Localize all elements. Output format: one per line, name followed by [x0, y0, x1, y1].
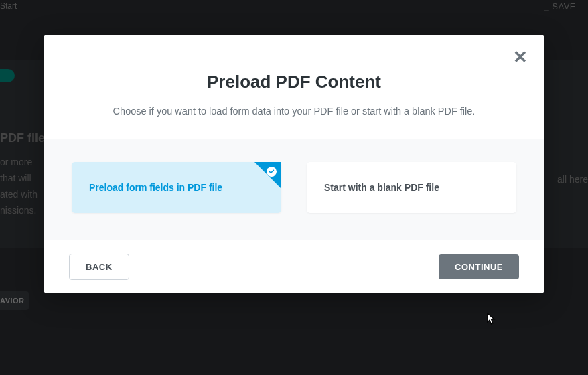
option-blank-file[interactable]: Start with a blank PDF file: [307, 162, 516, 213]
back-button[interactable]: BACK: [69, 254, 129, 280]
continue-button[interactable]: CONTINUE: [439, 254, 519, 279]
modal-body: Preload form fields in PDF file Start wi…: [44, 139, 544, 240]
modal-overlay: ✕ Preload PDF Content Choose if you want…: [0, 0, 588, 375]
option-blank-label: Start with a blank PDF file: [324, 182, 439, 193]
option-preload-label: Preload form fields in PDF file: [89, 182, 222, 193]
modal-subtitle: Choose if you want to load form data int…: [70, 104, 518, 119]
modal-footer: BACK CONTINUE: [44, 240, 544, 293]
close-icon[interactable]: ✕: [513, 48, 528, 66]
check-icon: [267, 167, 277, 177]
preload-pdf-modal: ✕ Preload PDF Content Choose if you want…: [44, 35, 544, 293]
modal-header: ✕ Preload PDF Content Choose if you want…: [44, 35, 544, 139]
modal-title: Preload PDF Content: [70, 72, 518, 92]
option-preload-fields[interactable]: Preload form fields in PDF file: [72, 162, 281, 213]
